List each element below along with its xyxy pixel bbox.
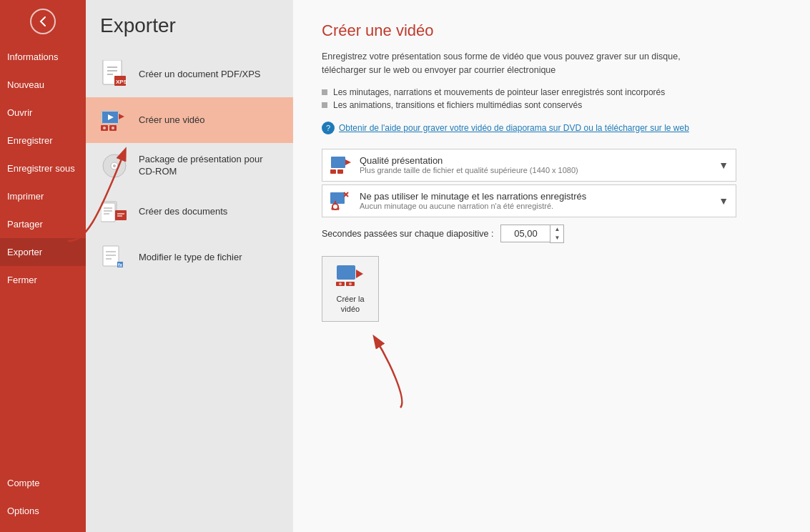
export-pdf-label: Créer un document PDF/XPS bbox=[139, 69, 261, 81]
export-filetype-label: Modifier le type de fichier bbox=[139, 252, 242, 264]
cd-icon bbox=[100, 152, 129, 180]
narration-arrow-icon: ▼ bbox=[718, 195, 728, 207]
sidebar-item-nouveau[interactable]: Nouveau bbox=[0, 71, 86, 99]
sidebar-item-enregistrer-sous[interactable]: Enregistrer sous bbox=[0, 154, 86, 182]
export-video-label: Créer une vidéo bbox=[139, 114, 205, 127]
svg-rect-23 bbox=[115, 210, 127, 220]
bullet-square-2 bbox=[322, 102, 327, 108]
pdf-icon: XPS bbox=[100, 60, 129, 89]
narration-content: Ne pas utiliser le minutage et les narra… bbox=[360, 191, 718, 210]
export-package-label: Package de présentation pour CD-ROM bbox=[139, 154, 279, 178]
right-panel: Créer une vidéo Enregistrez votre présen… bbox=[293, 0, 810, 532]
export-option-filetype[interactable]: fx Modifier le type de fichier bbox=[86, 235, 293, 280]
sidebar-nav: Informations Nouveau Ouvrir Enregistrer … bbox=[0, 43, 86, 455]
create-video-button[interactable]: Créer la vidéo bbox=[322, 256, 379, 322]
help-icon: ? bbox=[322, 122, 335, 134]
narration-sub: Aucun minutage ou aucune narration n'a é… bbox=[360, 202, 718, 210]
bullet-item-2: Les animations, transitions et fichiers … bbox=[322, 99, 781, 112]
main-content: Exporter XPS Créer un document PDF/XPS bbox=[86, 0, 810, 532]
sidebar-item-options[interactable]: Options bbox=[0, 497, 86, 525]
spinner-up-button[interactable]: ▲ bbox=[550, 225, 563, 234]
back-icon bbox=[30, 9, 56, 34]
svg-point-48 bbox=[349, 282, 352, 285]
svg-point-47 bbox=[339, 282, 342, 285]
help-link[interactable]: ? Obtenir de l'aide pour graver votre vi… bbox=[322, 122, 781, 134]
quality-main: Qualité présentation bbox=[360, 155, 718, 166]
svg-rect-43 bbox=[337, 265, 355, 280]
svg-text:fx: fx bbox=[118, 262, 122, 267]
spinner-down-button[interactable]: ▼ bbox=[550, 234, 563, 242]
narration-dropdown[interactable]: Ne pas utiliser le minutage et les narra… bbox=[322, 184, 736, 217]
quality-content: Qualité présentation Plus grande taille … bbox=[360, 155, 718, 174]
create-video-button-label: Créer la vidéo bbox=[327, 294, 374, 315]
narration-main: Ne pas utiliser le minutage et les narra… bbox=[360, 191, 718, 202]
section-title: Créer une vidéo bbox=[322, 21, 781, 40]
svg-point-36 bbox=[332, 204, 338, 210]
svg-marker-44 bbox=[356, 270, 363, 278]
quality-dropdown[interactable]: Qualité présentation Plus grande taille … bbox=[322, 149, 736, 182]
documents-icon bbox=[100, 197, 129, 226]
svg-marker-32 bbox=[345, 159, 351, 165]
create-video-icon bbox=[336, 264, 365, 290]
export-option-documents[interactable]: Créer des documents bbox=[86, 189, 293, 235]
quality-icon bbox=[330, 154, 352, 177]
sidebar-item-partager[interactable]: Partager bbox=[0, 210, 86, 238]
sidebar-item-exporter[interactable]: Exporter bbox=[0, 238, 86, 266]
export-option-pdf[interactable]: XPS Créer un document PDF/XPS bbox=[86, 51, 293, 97]
quality-arrow-icon: ▼ bbox=[718, 159, 728, 171]
svg-rect-35 bbox=[330, 192, 345, 204]
sidebar-bottom: Compte Options bbox=[0, 455, 86, 532]
seconds-input[interactable] bbox=[500, 225, 550, 242]
seconds-label: Secondes passées sur chaque diapositive … bbox=[322, 229, 493, 239]
narration-icon bbox=[330, 189, 352, 212]
filetype-icon: fx bbox=[100, 243, 129, 272]
export-option-video[interactable]: Créer une vidéo bbox=[86, 97, 293, 143]
seconds-row: Secondes passées sur chaque diapositive … bbox=[322, 225, 781, 243]
video-icon bbox=[100, 106, 129, 134]
svg-point-17 bbox=[113, 164, 116, 167]
sidebar-item-fermer[interactable]: Fermer bbox=[0, 266, 86, 294]
sidebar-item-informations[interactable]: Informations bbox=[0, 43, 86, 71]
svg-rect-19 bbox=[101, 203, 115, 222]
quality-sub: Plus grande taille de fichier et qualité… bbox=[360, 166, 718, 174]
svg-point-14 bbox=[112, 127, 114, 129]
svg-marker-10 bbox=[119, 114, 124, 119]
help-link-text[interactable]: Obtenir de l'aide pour graver votre vidé… bbox=[339, 123, 689, 133]
svg-text:XPS: XPS bbox=[116, 79, 127, 85]
sidebar-item-ouvrir[interactable]: Ouvrir bbox=[0, 99, 86, 127]
svg-rect-26 bbox=[103, 246, 119, 266]
sidebar-item-compte[interactable]: Compte bbox=[0, 469, 86, 497]
left-panel: Exporter XPS Créer un document PDF/XPS bbox=[86, 0, 293, 532]
export-documents-label: Créer des documents bbox=[139, 206, 227, 218]
export-option-package[interactable]: Package de présentation pour CD-ROM bbox=[86, 143, 293, 189]
section-description: Enregistrez votre présentation sous form… bbox=[322, 50, 722, 77]
sidebar-item-imprimer[interactable]: Imprimer bbox=[0, 182, 86, 210]
svg-rect-34 bbox=[337, 169, 343, 174]
bullet-square-1 bbox=[322, 89, 327, 95]
back-button[interactable] bbox=[0, 0, 86, 43]
sidebar-item-enregistrer[interactable]: Enregistrer bbox=[0, 127, 86, 154]
bullet-item-1: Les minutages, narrations et mouvements … bbox=[322, 86, 781, 99]
svg-rect-33 bbox=[330, 169, 336, 174]
seconds-spinner: ▲ ▼ bbox=[550, 225, 564, 243]
sidebar: Informations Nouveau Ouvrir Enregistrer … bbox=[0, 0, 86, 532]
svg-rect-31 bbox=[331, 157, 345, 168]
svg-point-13 bbox=[103, 127, 106, 129]
bullet-list: Les minutages, narrations et mouvements … bbox=[322, 86, 781, 112]
page-title: Exporter bbox=[86, 14, 293, 51]
